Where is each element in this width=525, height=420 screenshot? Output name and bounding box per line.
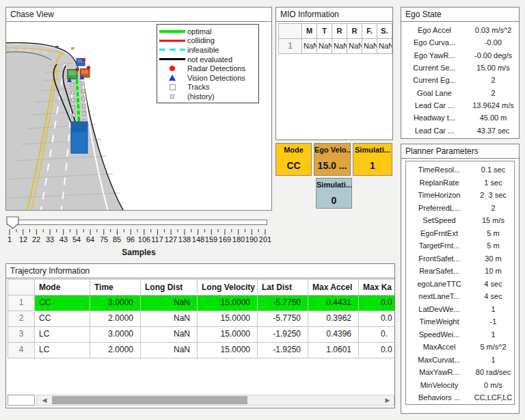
planner-param-label: SetSpeed — [406, 216, 472, 224]
cell-lat-dist: -5.7750 — [258, 311, 308, 327]
ego-state-label: Headway t... — [401, 114, 468, 122]
planner-param-value: 30 m — [472, 254, 514, 263]
planner-param-label: egoLaneTTC — [406, 280, 472, 288]
trajectory-row-selected[interactable]: 1 CC 3.0000 NaN 15.0000 -5.7750 0.4431 0… — [8, 296, 394, 311]
ego-state-label: Lead Car ... — [401, 101, 468, 109]
ego-state-value: -0.00 — [468, 38, 519, 47]
tick-label: 180 — [232, 235, 245, 244]
ego-state-label: Ego Curva... — [401, 38, 468, 47]
tick-label: 169 — [219, 235, 231, 244]
scrollbar-track[interactable]: ◀ ▶ — [36, 395, 394, 406]
planner-param-label: MaxYawR... — [406, 368, 472, 376]
cell-long-dist: NaN — [141, 327, 198, 343]
cell-mode: LC — [35, 343, 90, 358]
trajectory-row[interactable]: 3 LC 3.0000 NaN 15.0000 -1.9250 0.4396 0… — [8, 327, 394, 343]
planner-param-label: Behaviors ... — [406, 393, 472, 402]
mio-cell[interactable]: NaN — [362, 39, 377, 54]
planner-param-label: nextLaneT... — [406, 292, 472, 300]
tick-label: 148 — [192, 235, 204, 244]
trajectory-information-panel: Trajectory Information Mode Time Long Di… — [5, 263, 395, 408]
chase-view-title: Chase View — [6, 8, 271, 22]
legend-label: infeasible — [187, 46, 219, 54]
ego-state-value: 2 — [468, 76, 519, 84]
planner-param-value: 1 sec — [472, 179, 514, 187]
planner-param-label: MaxCurvat... — [406, 356, 472, 364]
planner-param-value: 1 — [472, 356, 514, 364]
planner-param-value: 0.1 sec — [472, 166, 514, 174]
tracks-square-icon — [157, 84, 187, 90]
cell-long-dist: NaN — [141, 343, 198, 358]
slider-tick-labels: 1 12 22 33 43 54 64 75 85 96 106 117 127… — [7, 235, 268, 244]
planner-parameters-title: Planner Parameters — [401, 144, 519, 159]
trajectory-row[interactable]: 4 LC 2.0000 NaN 15.0000 -1.9250 1.0601 0… — [8, 343, 394, 358]
planner-param-label: TimeWeight — [406, 317, 472, 326]
mio-cell[interactable]: NaN — [317, 39, 332, 54]
planner-param-value: 2 — [472, 204, 514, 212]
planner-param-value: 5 m/s^2 — [472, 343, 514, 351]
mio-column-header: R — [332, 23, 347, 39]
trajectory-table: Mode Time Long Dist Long Velocity Lat Di… — [8, 279, 394, 358]
tick-label: 12 — [19, 235, 27, 244]
vehicle-green — [68, 70, 78, 79]
planner-param-label: TimeHorizon — [406, 191, 472, 199]
vehicle-distant-yellow — [71, 47, 75, 50]
ego-state-value: 2 — [468, 89, 519, 97]
planner-param-label: PreferredL... — [406, 204, 472, 212]
simulation-indicator-1-title: Simulati... — [353, 146, 392, 154]
mio-header-corner — [278, 23, 302, 39]
row-number: 1 — [8, 296, 35, 311]
ego-state-panel: Ego State Ego Accel0.03 m/s^2 Ego Curva.… — [401, 7, 520, 139]
colliding-line-icon — [157, 40, 187, 42]
cell-max-kappa: 0.0 — [359, 311, 394, 327]
simulation-indicator-1: Simulati... 1 — [353, 143, 392, 176]
cell-long-velocity: 15.0000 — [198, 327, 258, 343]
mio-cell[interactable]: NaN — [347, 39, 362, 54]
ego-velocity-indicator-value: 15.0 ... — [314, 160, 350, 171]
legend-label: not evaluated — [187, 55, 232, 64]
planner-param-value: 0 m/s — [472, 381, 514, 389]
mio-column-header: F. — [362, 23, 377, 39]
planner-param-value: 10 m — [472, 267, 514, 275]
trajectory-column-header: Long Dist — [141, 279, 198, 296]
samples-slider-track[interactable] — [7, 220, 267, 225]
vision-detection-icon — [157, 75, 187, 81]
tick-label: 54 — [72, 235, 81, 244]
trajectory-column-header: Lat Dist — [258, 279, 308, 296]
planner-param-label: FrontSafet... — [406, 254, 472, 263]
scroll-left-arrow-icon[interactable]: ◀ — [41, 397, 48, 404]
cell-mode: CC — [35, 296, 90, 311]
simulation-indicator-0-value: 0 — [317, 195, 351, 206]
planner-param-value: 15 m/s — [472, 216, 514, 224]
tick-label: 75 — [100, 235, 108, 244]
tick-label: 33 — [46, 235, 54, 244]
tick-label: 22 — [32, 235, 40, 244]
ego-state-label: Ego Accel — [401, 26, 468, 34]
mode-indicator-title: Mode — [276, 146, 311, 154]
ego-state-value: 43.37 sec — [468, 127, 519, 135]
legend-label: Vision Detections — [187, 74, 245, 82]
cell-long-velocity: 15.0000 — [198, 296, 258, 311]
mio-cell[interactable]: NaN — [332, 39, 347, 54]
ego-state-value: 45.00 m — [468, 114, 519, 122]
cell-max-accel: 0.4396 — [308, 327, 359, 343]
legend-label: optimal — [187, 27, 211, 36]
planner-param-value: -1 — [472, 317, 514, 326]
trajectory-column-header: Max Ka — [359, 279, 394, 296]
ego-state-label: Goal Lane — [401, 89, 468, 97]
tick-label: 96 — [126, 235, 135, 244]
samples-axis-label: Samples — [5, 248, 272, 257]
cell-mode: CC — [35, 311, 90, 327]
samples-slider-thumb[interactable] — [6, 216, 19, 229]
cell-long-velocity: 15.0000 — [198, 343, 258, 358]
mio-cell[interactable]: NaN — [377, 39, 392, 54]
scroll-right-arrow-icon[interactable]: ▶ — [384, 397, 391, 404]
ego-state-label: Current Eg... — [401, 76, 468, 84]
planner-parameters-list: TimeResol...0.1 sec ReplanRate1 sec Time… — [405, 161, 515, 405]
trajectory-row[interactable]: 2 CC 2.0000 NaN 15.0000 -5.7750 0.3962 0… — [8, 311, 394, 327]
scrollbar-thumb[interactable] — [52, 396, 247, 404]
tick-label: 1 — [8, 235, 12, 244]
mio-cell[interactable]: NaN — [302, 39, 317, 54]
mio-column-header: S. — [377, 23, 392, 39]
ego-state-label: Lead Car ... — [401, 127, 468, 135]
simulation-indicator-0: Simulati... 0 — [316, 178, 352, 209]
